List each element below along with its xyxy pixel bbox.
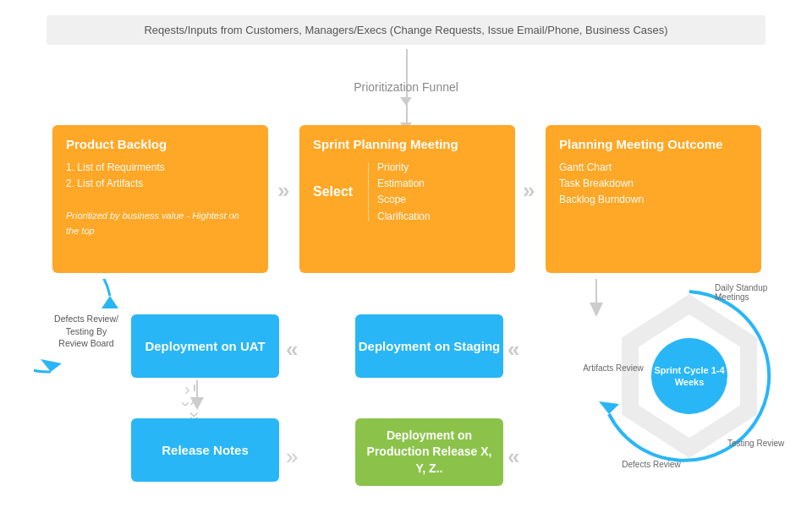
planning-outcome-item2: Task Breakdown bbox=[559, 176, 748, 192]
sprint-cycle-center: Sprint Cycle 1-4 Weeks bbox=[651, 338, 727, 414]
select-item-scope: Scope bbox=[377, 192, 431, 208]
diagram-container: Reqests/Inputs from Customers, Managers/… bbox=[0, 0, 812, 513]
arrow-left-sprint-staging: « bbox=[508, 336, 519, 363]
arrow-down-svg-uat bbox=[184, 380, 210, 410]
deployment-uat-box: Deployment on UAT bbox=[131, 314, 279, 378]
divider-line bbox=[368, 162, 369, 221]
defects-review-label: Defects Review/ Testing By Review Board bbox=[52, 313, 120, 350]
sprint-planning-box: Sprint Planning Meeting Select Priority … bbox=[299, 125, 515, 273]
input-bar: Reqests/Inputs from Customers, Managers/… bbox=[47, 15, 765, 45]
select-container: Select Priority Estimation Scope Clarifi… bbox=[313, 160, 502, 225]
product-backlog-title: Product Backlog bbox=[66, 137, 255, 151]
product-backlog-note: Prioritized by business value - Hightest… bbox=[66, 210, 239, 236]
release-notes-label: Release Notes bbox=[162, 441, 249, 459]
select-list: Priority Estimation Scope Clarification bbox=[377, 160, 431, 225]
deployment-production-box: Deployment on Production Release X, Y, Z… bbox=[355, 418, 503, 486]
select-label: Select bbox=[313, 184, 359, 199]
svg-marker-3 bbox=[190, 397, 204, 410]
daily-standup-label: Daily Standup Meetings bbox=[715, 283, 791, 302]
product-backlog-item2: 2. List of Artifacts bbox=[66, 176, 255, 192]
testing-review-label: Testing Review bbox=[727, 439, 795, 448]
planning-outcome-item3: Backlog Burndown bbox=[559, 192, 748, 208]
deployment-staging-label: Deployment on Staging bbox=[359, 337, 501, 355]
artifacts-review-label: Artifacts Review bbox=[579, 363, 647, 373]
arrow-left-production: « bbox=[508, 444, 519, 470]
svg-marker-7 bbox=[599, 401, 619, 414]
planning-outcome-title: Planning Meeting Outcome bbox=[559, 137, 748, 151]
sprint-planning-title: Sprint Planning Meeting bbox=[313, 137, 502, 151]
release-notes-box: Release Notes bbox=[131, 418, 279, 482]
planning-outcome-item1: Gantt Chart bbox=[559, 160, 748, 176]
arrow-right-1: » bbox=[277, 177, 289, 204]
deployment-uat-label: Deployment on UAT bbox=[145, 337, 265, 355]
product-backlog-item1: 1. List of Requirments bbox=[66, 160, 255, 176]
arrow-left-staging-uat: « bbox=[286, 336, 298, 363]
svg-marker-1 bbox=[102, 296, 118, 308]
arrow-right-release: » bbox=[286, 444, 298, 470]
svg-marker-0 bbox=[41, 359, 62, 372]
funnel-label: Prioritization Funnel bbox=[0, 80, 812, 94]
defects-review-cycle-label: Defects Review bbox=[617, 460, 685, 469]
planning-outcome-box: Planning Meeting Outcome Gantt Chart Tas… bbox=[546, 125, 761, 273]
select-item-clarification: Clarification bbox=[377, 209, 431, 225]
deployment-staging-box: Deployment on Staging bbox=[355, 314, 503, 378]
select-item-estimation: Estimation bbox=[377, 176, 431, 192]
select-item-priority: Priority bbox=[377, 160, 431, 176]
sprint-cycle-container: Sprint Cycle 1-4 Weeks Daily Standup Mee… bbox=[592, 279, 787, 473]
input-label: Reqests/Inputs from Customers, Managers/… bbox=[144, 24, 667, 36]
product-backlog-box: Product Backlog 1. List of Requirments 2… bbox=[52, 125, 268, 273]
arrow-right-2: » bbox=[523, 177, 535, 204]
deployment-production-label: Deployment on Production Release X, Y, Z… bbox=[364, 428, 495, 478]
